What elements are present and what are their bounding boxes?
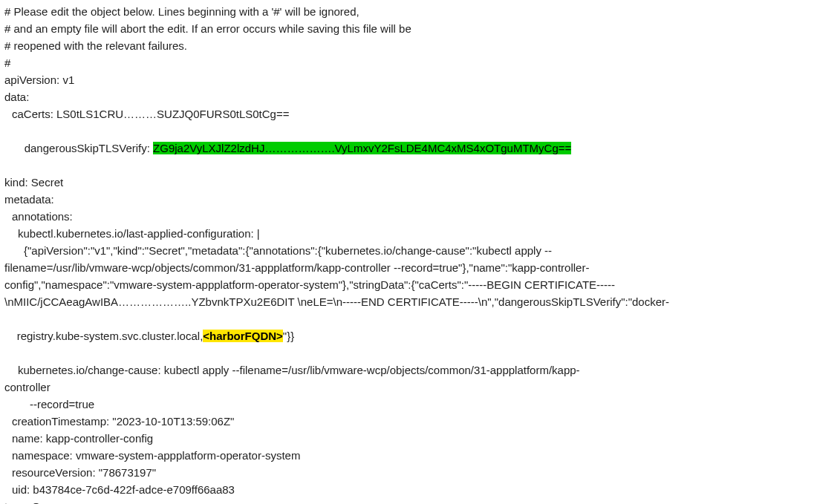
namespace-line: namespace: vmware-system-appplatform-ope… bbox=[4, 447, 813, 464]
last-applied-line: kubectl.kubernetes.io/last-applied-confi… bbox=[4, 225, 813, 242]
skip-tls-value-highlight: ZG9ja2VyLXJlZ2lzdHJ……………….VyLmxvY2FsLDE4… bbox=[153, 142, 571, 154]
yaml-edit-block: # Please edit the object below. Lines be… bbox=[4, 3, 813, 504]
skip-tls-prefix: dangerousSkipTLSVerify: bbox=[25, 142, 153, 154]
change-cause-line: kubernetes.io/change-cause: kubectl appl… bbox=[4, 361, 813, 379]
last-applied-json-line: config","namespace":"vmware-system-apppl… bbox=[4, 276, 813, 293]
record-true-line: --record=true bbox=[4, 396, 813, 413]
comment-line: # reopened with the relevant failures. bbox=[4, 37, 813, 54]
change-cause-line: controller bbox=[4, 379, 813, 396]
kind-line: kind: Secret bbox=[4, 174, 813, 191]
comment-line: # and an empty file will abort the edit.… bbox=[4, 20, 813, 37]
json-tail-text: registry.kube-system.svc.cluster.local, bbox=[17, 330, 204, 342]
creation-timestamp-line: creationTimestamp: "2023-10-10T13:59:06Z… bbox=[4, 413, 813, 430]
metadata-line: metadata: bbox=[4, 191, 813, 208]
dangerous-skip-tls-line: dangerousSkipTLSVerify: ZG9ja2VyLXJlZ2lz… bbox=[4, 122, 813, 174]
api-version-line: apiVersion: v1 bbox=[4, 71, 813, 88]
last-applied-json-line: registry.kube-system.svc.cluster.local,<… bbox=[4, 310, 813, 361]
type-line: type: Opaque bbox=[4, 498, 813, 504]
last-applied-json-line: {"apiVersion":"v1","kind":"Secret","meta… bbox=[4, 242, 813, 259]
annotations-line: annotations: bbox=[4, 208, 813, 225]
last-applied-json-line: \nMIIC/jCCAeagAwIBA………………..YZbvnkTPXu2E6… bbox=[4, 293, 813, 310]
comment-line: # bbox=[4, 54, 813, 71]
uid-line: uid: b43784ce-7c6d-422f-adce-e709ff66aa8… bbox=[4, 481, 813, 498]
resource-version-line: resourceVersion: "78673197" bbox=[4, 464, 813, 481]
name-line: name: kapp-controller-config bbox=[4, 430, 813, 447]
data-line: data: bbox=[4, 88, 813, 105]
json-tail-text: "}} bbox=[283, 330, 294, 342]
comment-line: # Please edit the object below. Lines be… bbox=[4, 3, 813, 20]
ca-certs-line: caCerts: LS0tLS1CRU………SUZJQ0FURS0tLS0tCg… bbox=[4, 105, 813, 122]
last-applied-json-line: filename=/usr/lib/vmware-wcp/objects/com… bbox=[4, 259, 813, 276]
harbor-fqdn-placeholder: <harborFQDN> bbox=[203, 330, 283, 342]
